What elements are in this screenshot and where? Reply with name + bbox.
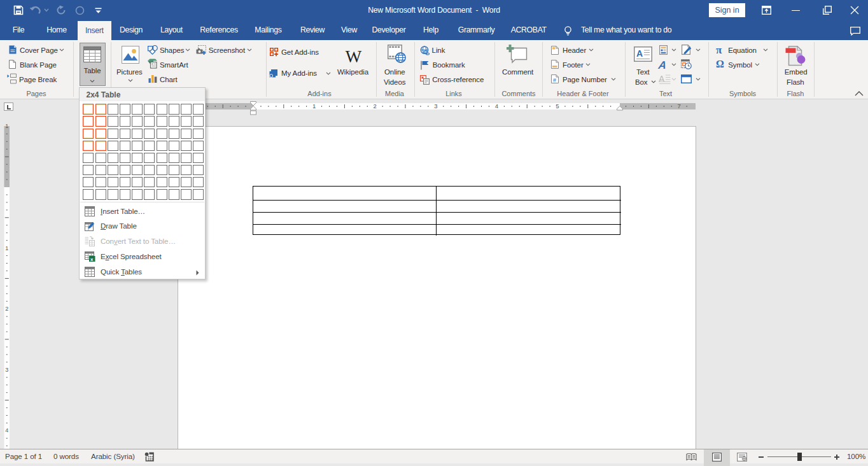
svg-text:3: 3 xyxy=(5,367,8,373)
svg-text:7: 7 xyxy=(678,102,681,109)
svg-text:5: 5 xyxy=(556,102,559,109)
svg-text:A: A xyxy=(636,48,643,59)
svg-text:#: # xyxy=(553,77,556,83)
svg-text:4: 4 xyxy=(495,102,498,109)
svg-text:4: 4 xyxy=(5,427,8,434)
svg-text:2: 2 xyxy=(5,306,8,312)
svg-text:1: 1 xyxy=(5,245,8,251)
svg-text:A: A xyxy=(659,74,665,84)
svg-text:x: x xyxy=(90,257,94,262)
svg-text:1: 1 xyxy=(5,123,8,129)
svg-text:1: 1 xyxy=(312,102,316,109)
svg-text:2: 2 xyxy=(374,102,377,109)
svg-text:3: 3 xyxy=(434,102,437,109)
